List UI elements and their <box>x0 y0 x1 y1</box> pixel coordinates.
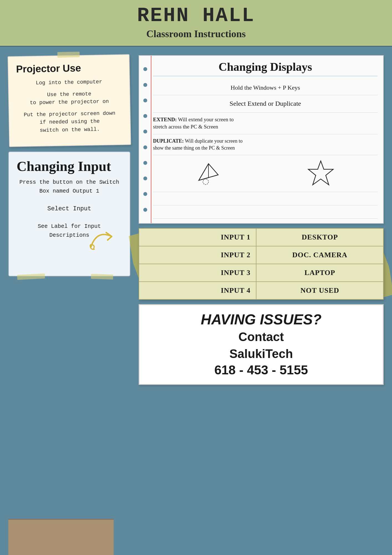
changing-input-step-2: Select Input <box>17 204 122 214</box>
input-label-1: INPUT 1 <box>139 229 256 246</box>
projector-title: Projector Use <box>16 62 122 75</box>
changing-input-step-1: Press the button on the SwitchBox named … <box>17 178 122 196</box>
arrow-doodle <box>85 225 119 254</box>
device-label-4: NOT USED <box>256 282 383 299</box>
projector-step-2: Use the remoteto power the projector on <box>16 89 122 107</box>
issues-title: HAVING ISSUES? <box>145 312 377 327</box>
device-label-1: DESKTOP <box>256 229 383 246</box>
notebook-card: Changing Displays Hold the Windows + P K… <box>139 55 384 224</box>
device-label-2: DOC. CAMERA <box>256 246 383 264</box>
extra-line-2 <box>153 205 378 219</box>
issues-contact-line2: SalukiTech <box>145 347 377 361</box>
main-content: Projector Use Log into the computer Use … <box>0 47 392 390</box>
svg-marker-4 <box>308 161 333 185</box>
hole-1 <box>143 67 147 71</box>
display-step-2: Select Extend or Duplicate <box>153 95 378 113</box>
tape-bottom-right <box>91 274 113 280</box>
paper-airplane-icon <box>196 161 221 186</box>
hole-10 <box>143 208 147 212</box>
input-label-4: INPUT 4 <box>139 282 256 299</box>
projector-step-1: Log into the computer <box>16 78 122 87</box>
input-label-3: INPUT 3 <box>139 264 256 282</box>
device-label-3: LAPTOP <box>256 264 383 282</box>
page-title: REHN HALL <box>6 5 386 27</box>
issues-contact-line1: Contact <box>145 330 377 344</box>
input-table-wrapper: INPUT 1 DESKTOP INPUT 2 DOC. CAMERA INPU… <box>139 228 384 300</box>
hole-3 <box>143 99 147 102</box>
hole-8 <box>143 176 147 180</box>
star-icon <box>307 160 335 187</box>
issues-phone: 618 - 453 - 5155 <box>145 362 377 377</box>
page-subtitle: Classroom Instructions <box>6 28 386 40</box>
input-label-2: INPUT 2 <box>139 246 256 264</box>
input-table-card: INPUT 1 DESKTOP INPUT 2 DOC. CAMERA INPU… <box>139 228 384 300</box>
table-row: INPUT 3 LAPTOP <box>139 264 383 282</box>
having-issues-card: HAVING ISSUES? Contact SalukiTech 618 - … <box>139 304 384 385</box>
tape-bottom-left <box>17 274 45 280</box>
hole-2 <box>143 83 147 87</box>
hole-4 <box>143 114 147 118</box>
changing-displays-title: Changing Displays <box>153 60 378 76</box>
changing-input-title: Changing Input <box>17 159 122 174</box>
display-step-1: Hold the Windows + P Keys <box>153 81 378 95</box>
left-column: Projector Use Log into the computer Use … <box>8 55 130 385</box>
lined-content: Changing Displays Hold the Windows + P K… <box>153 60 378 219</box>
hole-punches <box>142 56 148 223</box>
input-table: INPUT 1 DESKTOP INPUT 2 DOC. CAMERA INPU… <box>139 229 383 299</box>
bottom-box <box>8 519 114 555</box>
projector-step-3: Put the projector screen downif needed u… <box>17 109 123 135</box>
hole-9 <box>143 192 147 196</box>
table-row: INPUT 1 DESKTOP <box>139 229 383 246</box>
display-step-3: EXTEND: Will extend your screen tostretc… <box>153 113 378 134</box>
table-row: INPUT 4 NOT USED <box>139 282 383 299</box>
doodle-area <box>153 155 378 192</box>
extra-line-1 <box>153 192 378 205</box>
changing-input-card: Changing Input Press the button on the S… <box>8 152 130 276</box>
projector-use-card: Projector Use Log into the computer Use … <box>7 54 131 147</box>
right-column: Changing Displays Hold the Windows + P K… <box>139 55 384 385</box>
table-row: INPUT 2 DOC. CAMERA <box>139 246 383 264</box>
hole-6 <box>143 145 147 149</box>
hole-7 <box>143 161 147 165</box>
svg-point-3 <box>203 179 208 185</box>
hole-5 <box>143 130 147 133</box>
display-step-4: DUPLICATE: Will duplicate your screen to… <box>153 134 378 155</box>
header: REHN HALL Classroom Instructions <box>0 0 392 47</box>
